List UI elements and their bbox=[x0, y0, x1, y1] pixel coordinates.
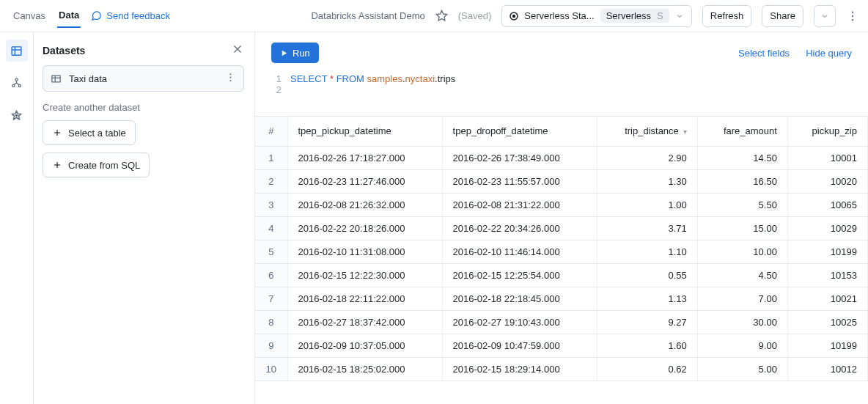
table-row[interactable]: 32016-02-08 21:26:32.0002016-02-08 21:31… bbox=[255, 193, 868, 216]
table-cell: 7 bbox=[255, 287, 287, 310]
column-header[interactable]: fare_amount bbox=[697, 117, 787, 146]
datasets-heading: Datasets bbox=[43, 45, 85, 56]
table-row[interactable]: 82016-02-27 18:37:42.0002016-02-27 19:10… bbox=[255, 310, 868, 334]
select-fields-link[interactable]: Select fields bbox=[738, 48, 790, 59]
table-cell: 2016-02-26 17:18:27.000 bbox=[287, 146, 442, 169]
table-cell: 2016-02-23 11:55:57.000 bbox=[442, 169, 597, 193]
table-cell: 10021 bbox=[787, 287, 867, 310]
overflow-menu-icon[interactable] bbox=[846, 10, 859, 23]
hide-query-link[interactable]: Hide query bbox=[806, 48, 852, 59]
table-row[interactable]: 62016-02-15 12:22:30.0002016-02-15 12:25… bbox=[255, 263, 868, 287]
main-area: Run Select fields Hide query 1SELECT * F… bbox=[255, 32, 868, 404]
send-feedback-link[interactable]: Send feedback bbox=[91, 10, 170, 21]
table-cell: 2016-02-10 11:31:08.000 bbox=[287, 240, 442, 263]
chat-icon bbox=[91, 10, 102, 21]
svg-point-20 bbox=[230, 77, 232, 78]
share-dropdown-button[interactable] bbox=[814, 5, 836, 27]
share-label: Share bbox=[770, 10, 795, 21]
compute-selector[interactable]: Serverless Sta... Serverless S bbox=[501, 5, 691, 27]
chevron-down-icon bbox=[820, 12, 829, 21]
table-cell: 10020 bbox=[787, 169, 867, 193]
create-from-sql-button[interactable]: Create from SQL bbox=[43, 153, 150, 177]
table-cell: 10025 bbox=[787, 310, 867, 334]
table-cell: 10.00 bbox=[697, 240, 787, 263]
svg-marker-26 bbox=[282, 50, 287, 55]
rail-schema-icon[interactable] bbox=[6, 72, 28, 94]
table-body: 12016-02-26 17:18:27.0002016-02-26 17:38… bbox=[255, 146, 868, 381]
column-header[interactable]: tpep_pickup_datetime bbox=[287, 117, 442, 146]
table-cell: 2016-02-26 17:38:49.000 bbox=[442, 146, 597, 169]
table-cell: 10153 bbox=[787, 263, 867, 287]
table-cell: 2016-02-22 20:18:26.000 bbox=[287, 216, 442, 240]
table-row[interactable]: 72016-02-18 22:11:22.0002016-02-18 22:18… bbox=[255, 287, 868, 310]
select-table-button[interactable]: Select a table bbox=[43, 120, 136, 145]
svg-point-19 bbox=[230, 73, 232, 75]
table-cell: 1.60 bbox=[597, 334, 697, 357]
table-cell: 2016-02-18 22:18:45.000 bbox=[442, 287, 597, 310]
table-cell: 10 bbox=[255, 357, 287, 381]
table-cell: 3.71 bbox=[597, 216, 697, 240]
table-cell: 10012 bbox=[787, 357, 867, 381]
table-cell: 2016-02-22 20:34:26.000 bbox=[442, 216, 597, 240]
breadcrumb[interactable]: Databricks Assistant Demo bbox=[311, 10, 424, 21]
table-cell: 9 bbox=[255, 334, 287, 357]
table-cell: 0.55 bbox=[597, 263, 697, 287]
query-editor: Run Select fields Hide query 1SELECT * F… bbox=[255, 32, 868, 116]
results-grid[interactable]: #tpep_pickup_datetimetpep_dropoff_dateti… bbox=[255, 116, 868, 404]
table-cell: 7.00 bbox=[697, 287, 787, 310]
table-cell: 1.00 bbox=[597, 193, 697, 216]
favorite-star-icon[interactable] bbox=[435, 10, 448, 22]
top-bar: Canvas Data Send feedback Databricks Ass… bbox=[0, 0, 868, 32]
svg-point-3 bbox=[852, 11, 853, 12]
table-row[interactable]: 102016-02-15 18:25:02.0002016-02-15 18:2… bbox=[255, 357, 868, 381]
table-cell: 1.10 bbox=[597, 240, 697, 263]
table-cell: 2016-02-18 22:11:22.000 bbox=[287, 287, 442, 310]
dataset-item-menu-icon[interactable] bbox=[225, 72, 236, 85]
results-table: #tpep_pickup_datetimetpep_dropoff_dateti… bbox=[255, 117, 868, 381]
table-row[interactable]: 42016-02-22 20:18:26.0002016-02-22 20:34… bbox=[255, 216, 868, 240]
column-header[interactable]: trip_distance▾ bbox=[597, 117, 697, 146]
table-cell: 2016-02-08 21:26:32.000 bbox=[287, 193, 442, 216]
refresh-button[interactable]: Refresh bbox=[702, 5, 752, 27]
svg-marker-0 bbox=[436, 10, 446, 20]
table-cell: 2016-02-15 12:22:30.000 bbox=[287, 263, 442, 287]
saved-status: (Saved) bbox=[458, 10, 492, 21]
table-cell: 9.00 bbox=[697, 334, 787, 357]
tab-canvas[interactable]: Canvas bbox=[12, 4, 47, 27]
table-row[interactable]: 12016-02-26 17:18:27.0002016-02-26 17:38… bbox=[255, 146, 868, 169]
column-header[interactable]: # bbox=[255, 117, 287, 146]
compute-badge: Serverless S bbox=[600, 9, 669, 23]
table-row[interactable]: 22016-02-23 11:27:46.0002016-02-23 11:55… bbox=[255, 169, 868, 193]
table-cell: 8 bbox=[255, 310, 287, 334]
dataset-item-taxi[interactable]: Taxi data bbox=[43, 65, 244, 92]
table-cell: 4.50 bbox=[697, 263, 787, 287]
table-cell: 1.13 bbox=[597, 287, 697, 310]
table-row[interactable]: 92016-02-09 10:37:05.0002016-02-09 10:47… bbox=[255, 334, 868, 357]
compute-status-label: Serverless Sta... bbox=[524, 10, 594, 21]
table-cell: 5 bbox=[255, 240, 287, 263]
datasets-panel: Datasets Taxi data Create another datase… bbox=[34, 32, 255, 404]
close-panel-icon[interactable] bbox=[231, 43, 244, 58]
table-cell: 2016-02-10 11:46:14.000 bbox=[442, 240, 597, 263]
svg-rect-6 bbox=[12, 46, 21, 54]
rail-add-icon[interactable] bbox=[6, 104, 28, 126]
table-cell: 1 bbox=[255, 146, 287, 169]
table-cell: 0.62 bbox=[597, 357, 697, 381]
tab-data[interactable]: Data bbox=[57, 4, 81, 28]
table-cell: 2016-02-27 18:37:42.000 bbox=[287, 310, 442, 334]
select-table-label: Select a table bbox=[68, 128, 126, 139]
run-button[interactable]: Run bbox=[271, 43, 319, 63]
share-button[interactable]: Share bbox=[762, 5, 803, 27]
sql-code-area[interactable]: 1SELECT * FROM samples.nyctaxi.trips 2 bbox=[271, 63, 852, 116]
svg-point-9 bbox=[15, 78, 18, 80]
body: Datasets Taxi data Create another datase… bbox=[0, 32, 868, 404]
column-header[interactable]: pickup_zip bbox=[787, 117, 867, 146]
svg-point-4 bbox=[852, 15, 853, 16]
table-cell: 15.00 bbox=[697, 216, 787, 240]
rail-datasets-icon[interactable] bbox=[6, 40, 28, 62]
table-cell: 10001 bbox=[787, 146, 867, 169]
svg-point-5 bbox=[852, 19, 853, 21]
column-header[interactable]: tpep_dropoff_datetime bbox=[442, 117, 597, 146]
table-cell: 2016-02-09 10:47:59.000 bbox=[442, 334, 597, 357]
table-row[interactable]: 52016-02-10 11:31:08.0002016-02-10 11:46… bbox=[255, 240, 868, 263]
